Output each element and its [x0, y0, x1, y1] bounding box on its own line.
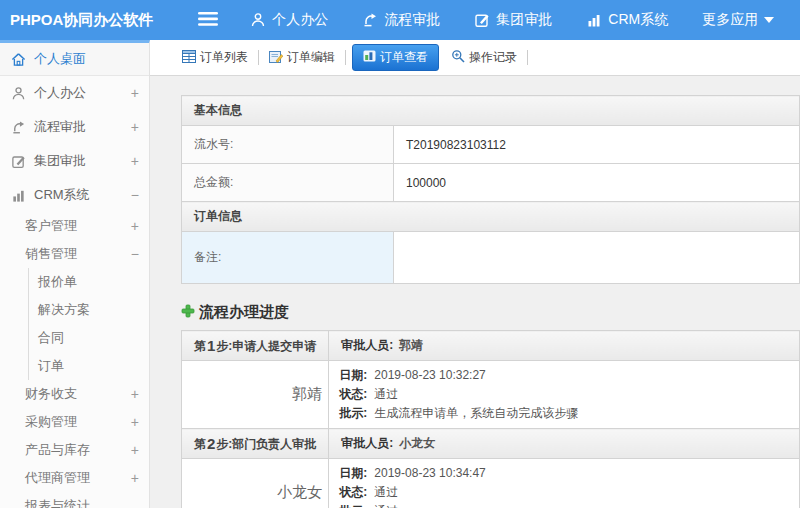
progress-table: 第1步:申请人提交申请 审批人员:郭靖 郭靖 日期:2019-08-23 10:…: [181, 330, 800, 508]
expand-toggle[interactable]: +: [131, 86, 141, 100]
view-chart-icon: [363, 50, 376, 65]
collapse-toggle[interactable]: −: [131, 247, 141, 261]
sidebar-item-label: 报表与统计: [25, 497, 90, 508]
tab-order-list[interactable]: 订单列表: [174, 49, 256, 66]
sidebar-item-agent-mgmt[interactable]: 代理商管理 +: [0, 464, 149, 492]
nav-item-group-approval[interactable]: 集团审批: [474, 11, 552, 29]
nav-item-label: 个人办公: [272, 11, 328, 29]
person-icon: [250, 12, 266, 28]
sidebar-item-label: 流程审批: [34, 118, 86, 136]
field-label-amount: 总金额:: [182, 164, 394, 202]
sidebar-item-group-approval[interactable]: 集团审批 +: [0, 144, 149, 178]
table-row: 流水号: T20190823103112: [182, 126, 800, 164]
section-header-row: 基本信息: [182, 96, 800, 126]
nav-item-more-apps[interactable]: 更多应用: [702, 11, 774, 29]
sidebar-item-quotation[interactable]: 报价单: [28, 268, 149, 296]
sidebar-item-order[interactable]: 订单: [28, 352, 149, 380]
sidebar-item-product-inventory[interactable]: 产品与库存 +: [0, 436, 149, 464]
order-info-table: 基本信息 流水号: T20190823103112 总金额: 100000 订单…: [181, 95, 800, 284]
sidebar-item-crm[interactable]: CRM系统 −: [0, 178, 149, 212]
tab-divider: [527, 50, 528, 65]
sidebar-item-label: 采购管理: [25, 413, 77, 431]
progress-title-text: 流程办理进度: [199, 303, 289, 322]
approver-label: 审批人员:: [341, 436, 393, 450]
tab-order-edit[interactable]: 订单编辑: [261, 49, 343, 66]
section-header-basic-info: 基本信息: [182, 96, 800, 126]
tab-order-view[interactable]: 订单查看: [352, 44, 439, 71]
nav-item-workflow-approval[interactable]: 流程审批: [362, 11, 440, 29]
magnifier-plus-icon: [451, 49, 465, 66]
order-view-page: 基本信息 流水号: T20190823103112 总金额: 100000 订单…: [150, 76, 800, 508]
sidebar-item-label: 代理商管理: [25, 469, 90, 487]
collapse-toggle[interactable]: −: [131, 188, 141, 202]
sidebar-item-workflow[interactable]: 流程审批 +: [0, 110, 149, 144]
sidebar-item-contract[interactable]: 合同: [28, 324, 149, 352]
expand-toggle[interactable]: +: [131, 443, 141, 457]
detail-line-comment: 批示:通过: [339, 502, 789, 508]
app-logo: PHPOA协同办公软件: [0, 11, 153, 30]
expand-toggle[interactable]: +: [131, 154, 141, 168]
field-label-serial: 流水号:: [182, 126, 394, 164]
main-layout: 个人桌面 个人办公 + 流程审批 + 集团审批: [0, 40, 800, 508]
table-row: 总金额: 100000: [182, 164, 800, 202]
table-grid-icon: [182, 50, 196, 66]
sidebar-item-label: 订单: [38, 357, 64, 375]
process-arrow-icon: [10, 120, 26, 135]
sidebar-item-label: 个人办公: [34, 84, 86, 102]
tab-divider: [345, 50, 346, 65]
sidebar-item-label: 个人桌面: [34, 50, 86, 68]
nav-item-crm[interactable]: CRM系统: [586, 11, 668, 29]
nav-menu: 个人办公 流程审批 集团审批 CRM系统 更多应用: [250, 11, 800, 29]
sidebar-item-label: 解决方案: [38, 301, 90, 319]
field-value-remark: [394, 232, 800, 284]
content-area: 订单列表 订单编辑 订单查看: [150, 40, 800, 508]
sidebar-item-solution[interactable]: 解决方案: [28, 296, 149, 324]
sidebar-item-personal-office[interactable]: 个人办公 +: [0, 76, 149, 110]
expand-toggle[interactable]: +: [131, 219, 141, 233]
sidebar-item-purchase[interactable]: 采购管理 +: [0, 408, 149, 436]
sidebar-item-sales-mgmt[interactable]: 销售管理 −: [0, 240, 149, 268]
sidebar-item-label: 合同: [38, 329, 64, 347]
nav-item-personal-office[interactable]: 个人办公: [250, 11, 328, 29]
sidebar-item-customer-mgmt[interactable]: 客户管理 +: [0, 212, 149, 240]
sidebar-item-label: 产品与库存: [25, 441, 90, 459]
tab-operation-log[interactable]: 操作记录: [443, 49, 525, 66]
expand-toggle[interactable]: +: [131, 415, 141, 429]
home-icon: [10, 52, 26, 67]
approver-name: 郭靖: [399, 338, 423, 352]
tab-bar: 订单列表 订单编辑 订单查看: [150, 40, 800, 76]
nav-item-label: 流程审批: [384, 11, 440, 29]
handler-name: 小龙女: [182, 459, 329, 508]
step-number: 2: [206, 435, 216, 452]
sidebar-item-label: 报价单: [38, 273, 77, 291]
expand-toggle[interactable]: +: [131, 120, 141, 134]
field-value-serial: T20190823103112: [394, 126, 800, 164]
edit-square-icon: [474, 12, 490, 28]
sidebar-item-finance[interactable]: 财务收支 +: [0, 380, 149, 408]
approver-name: 小龙女: [399, 436, 435, 450]
sidebar-item-label: 集团审批: [34, 152, 86, 170]
sidebar-item-label: 销售管理: [25, 245, 77, 263]
green-plus-icon: [181, 304, 195, 321]
sidebar-item-label: CRM系统: [34, 186, 90, 204]
caret-down-icon: [764, 17, 774, 23]
sidebar-item-reports[interactable]: 报表与统计: [0, 492, 149, 508]
approver-label: 审批人员:: [341, 338, 393, 352]
process-arrow-icon: [362, 12, 378, 28]
handler-name: 郭靖: [182, 361, 329, 429]
menu-toggle-button[interactable]: [198, 12, 218, 29]
nav-item-label: 集团审批: [496, 11, 552, 29]
step-header-row: 第2步:部门负责人审批 审批人员:小龙女: [182, 429, 800, 459]
field-label-remark: 备注:: [182, 232, 394, 284]
tab-label: 订单查看: [380, 49, 428, 66]
sidebar-item-desktop[interactable]: 个人桌面: [0, 43, 149, 76]
step-name: 申请人提交申请: [232, 339, 316, 353]
field-value-amount: 100000: [394, 164, 800, 202]
tab-label: 操作记录: [469, 49, 517, 66]
expand-toggle[interactable]: +: [131, 471, 141, 485]
progress-section-title: 流程办理进度: [181, 302, 800, 322]
expand-toggle[interactable]: +: [131, 387, 141, 401]
step-header-row: 第1步:申请人提交申请 审批人员:郭靖: [182, 331, 800, 361]
step-detail-row: 郭靖 日期:2019-08-23 10:32:27 状态:通过 批示:生成流程申…: [182, 361, 800, 429]
sidebar: 个人桌面 个人办公 + 流程审批 + 集团审批: [0, 40, 150, 508]
